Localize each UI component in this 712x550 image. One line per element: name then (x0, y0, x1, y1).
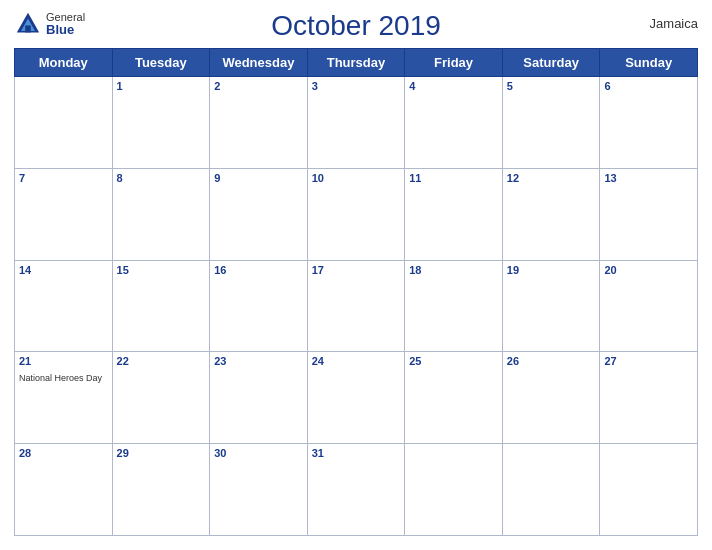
weekday-header-row: Monday Tuesday Wednesday Thursday Friday… (15, 49, 698, 77)
day-number: 12 (507, 172, 596, 184)
calendar-day-cell: 10 (307, 168, 405, 260)
calendar-day-cell: 3 (307, 77, 405, 169)
day-number: 18 (409, 264, 498, 276)
svg-rect-3 (25, 25, 31, 32)
calendar-day-cell (405, 444, 503, 536)
calendar-day-cell (502, 444, 600, 536)
header-thursday: Thursday (307, 49, 405, 77)
calendar-week-row: 28293031 (15, 444, 698, 536)
calendar-day-cell: 29 (112, 444, 210, 536)
day-number: 19 (507, 264, 596, 276)
day-number: 3 (312, 80, 401, 92)
day-number: 29 (117, 447, 206, 459)
header-tuesday: Tuesday (112, 49, 210, 77)
day-number: 26 (507, 355, 596, 367)
day-number: 31 (312, 447, 401, 459)
calendar-week-row: 78910111213 (15, 168, 698, 260)
calendar-day-cell: 13 (600, 168, 698, 260)
day-number: 15 (117, 264, 206, 276)
day-number: 9 (214, 172, 303, 184)
calendar-day-cell: 19 (502, 260, 600, 352)
calendar-day-cell: 5 (502, 77, 600, 169)
day-number: 5 (507, 80, 596, 92)
day-number: 22 (117, 355, 206, 367)
calendar-title: October 2019 (271, 10, 441, 41)
day-number: 1 (117, 80, 206, 92)
day-number: 7 (19, 172, 108, 184)
day-number: 17 (312, 264, 401, 276)
calendar-day-cell: 26 (502, 352, 600, 444)
title-area: October 2019 (271, 10, 441, 42)
day-number: 14 (19, 264, 108, 276)
day-number: 6 (604, 80, 693, 92)
calendar-day-cell: 8 (112, 168, 210, 260)
day-number: 20 (604, 264, 693, 276)
header-monday: Monday (15, 49, 113, 77)
calendar-day-cell: 28 (15, 444, 113, 536)
calendar-day-cell: 11 (405, 168, 503, 260)
day-number: 2 (214, 80, 303, 92)
day-number: 8 (117, 172, 206, 184)
calendar-week-row: 21National Heroes Day222324252627 (15, 352, 698, 444)
day-number: 25 (409, 355, 498, 367)
calendar-day-cell: 27 (600, 352, 698, 444)
generalblue-logo-icon (14, 10, 42, 38)
day-number: 11 (409, 172, 498, 184)
logo-text: General Blue (46, 11, 85, 37)
calendar-day-cell (15, 77, 113, 169)
calendar-header: General Blue October 2019 Jamaica (14, 10, 698, 42)
day-number: 4 (409, 80, 498, 92)
calendar-day-cell: 24 (307, 352, 405, 444)
day-event: National Heroes Day (19, 373, 102, 383)
day-number: 23 (214, 355, 303, 367)
calendar-day-cell: 30 (210, 444, 308, 536)
calendar-day-cell: 14 (15, 260, 113, 352)
calendar-day-cell: 4 (405, 77, 503, 169)
calendar-day-cell: 25 (405, 352, 503, 444)
day-number: 28 (19, 447, 108, 459)
header-saturday: Saturday (502, 49, 600, 77)
day-number: 13 (604, 172, 693, 184)
calendar-day-cell: 9 (210, 168, 308, 260)
calendar-day-cell: 12 (502, 168, 600, 260)
calendar-day-cell: 23 (210, 352, 308, 444)
day-number: 27 (604, 355, 693, 367)
calendar-day-cell: 22 (112, 352, 210, 444)
calendar-day-cell: 21National Heroes Day (15, 352, 113, 444)
day-number: 21 (19, 355, 108, 367)
calendar-day-cell: 2 (210, 77, 308, 169)
calendar-day-cell: 7 (15, 168, 113, 260)
day-number: 30 (214, 447, 303, 459)
day-number: 10 (312, 172, 401, 184)
header-wednesday: Wednesday (210, 49, 308, 77)
calendar-day-cell: 18 (405, 260, 503, 352)
calendar-day-cell: 31 (307, 444, 405, 536)
calendar-week-row: 14151617181920 (15, 260, 698, 352)
calendar-day-cell: 20 (600, 260, 698, 352)
calendar-day-cell: 1 (112, 77, 210, 169)
day-number: 24 (312, 355, 401, 367)
logo-blue-text: Blue (46, 23, 85, 37)
calendar-table: Monday Tuesday Wednesday Thursday Friday… (14, 48, 698, 536)
calendar-container: General Blue October 2019 Jamaica Monday… (0, 0, 712, 550)
day-number: 16 (214, 264, 303, 276)
header-sunday: Sunday (600, 49, 698, 77)
calendar-day-cell: 17 (307, 260, 405, 352)
calendar-day-cell: 15 (112, 260, 210, 352)
calendar-week-row: 123456 (15, 77, 698, 169)
header-friday: Friday (405, 49, 503, 77)
calendar-day-cell (600, 444, 698, 536)
calendar-day-cell: 6 (600, 77, 698, 169)
logo-area: General Blue (14, 10, 85, 38)
calendar-day-cell: 16 (210, 260, 308, 352)
country-label: Jamaica (650, 16, 698, 31)
